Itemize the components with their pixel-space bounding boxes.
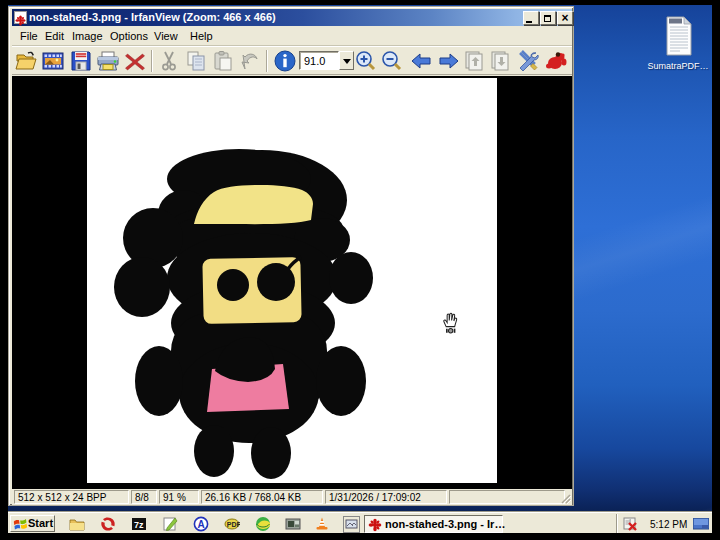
svg-text:7z: 7z [134, 520, 144, 530]
svg-text:PDF: PDF [227, 521, 240, 528]
svg-text:A: A [198, 519, 205, 530]
